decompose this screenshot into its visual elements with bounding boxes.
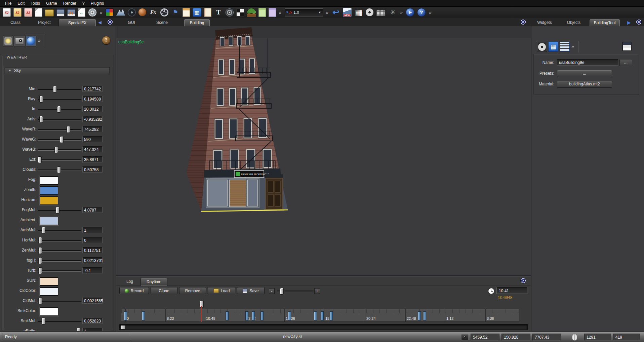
menu-item-game[interactable]: Game <box>43 0 60 6</box>
timeline-ruler[interactable]: 08:2310:4813:1215:3618:020:2422:481:123:… <box>121 309 519 322</box>
param-slider-handle[interactable] <box>38 267 42 274</box>
gear-icon[interactable] <box>366 8 373 16</box>
cd-disc-icon[interactable] <box>88 8 97 17</box>
tab-gui[interactable]: GUI <box>122 19 141 26</box>
color-swatch[interactable] <box>40 176 58 185</box>
param-slider[interactable] <box>38 260 81 261</box>
param-value[interactable]: 0.0021565 <box>82 298 103 304</box>
keyframe-marker[interactable] <box>124 311 127 320</box>
color-swatch[interactable] <box>40 307 58 316</box>
tab-specialfx[interactable]: SpecialFX <box>59 19 96 27</box>
save-icon[interactable] <box>56 8 65 16</box>
save-as-icon[interactable] <box>67 8 75 16</box>
keyframe-marker[interactable] <box>245 311 248 320</box>
tab-widgets[interactable]: Widgets <box>534 19 555 26</box>
param-slider-handle[interactable] <box>38 156 42 163</box>
name-browse-button[interactable]: ... <box>619 59 632 66</box>
tire-icon[interactable] <box>128 8 136 16</box>
param-slider[interactable] <box>38 250 81 251</box>
grid-icon[interactable] <box>354 8 363 17</box>
param-slider-handle[interactable] <box>53 86 57 92</box>
param-value[interactable]: 0.112751 <box>82 247 103 253</box>
record-button[interactable]: Record <box>119 287 149 294</box>
toolbar-overflow-icon[interactable]: » <box>429 10 432 15</box>
flag-icon[interactable] <box>171 8 180 17</box>
color-swatch[interactable] <box>40 217 58 225</box>
param-value[interactable]: 4.0787 <box>82 207 103 213</box>
tab-building[interactable]: Building <box>184 19 210 27</box>
param-slider[interactable] <box>38 301 81 302</box>
param-slider-handle[interactable] <box>42 318 45 325</box>
save-building-button[interactable] <box>622 42 632 51</box>
param-value[interactable]: 0.217742 <box>82 86 103 92</box>
scroll-tabs-right-icon[interactable]: ▶ <box>627 20 631 25</box>
speaker-icon[interactable] <box>226 8 234 16</box>
tab-scene[interactable]: Scene <box>152 19 172 26</box>
keyframe-marker[interactable] <box>288 311 291 320</box>
keyframe-marker[interactable] <box>260 311 264 320</box>
keyframe-marker[interactable] <box>321 311 324 320</box>
note-purple-icon[interactable] <box>269 8 276 17</box>
tab-project[interactable]: Project <box>34 19 55 26</box>
presets-button[interactable]: ... <box>557 70 612 77</box>
toolbar-overflow-icon[interactable]: » <box>279 10 282 15</box>
param-value[interactable]: 745.282 <box>82 126 103 132</box>
param-value[interactable]: 35.8871 <box>82 156 103 162</box>
timeline-zoom-handle[interactable] <box>280 288 284 295</box>
timeline-scrubber-handle[interactable] <box>200 301 204 308</box>
param-slider-handle[interactable] <box>39 96 43 103</box>
help-icon[interactable] <box>102 36 110 44</box>
param-slider[interactable] <box>38 99 81 100</box>
bonsai-icon[interactable] <box>247 8 256 17</box>
keyframe-marker[interactable] <box>423 311 426 320</box>
notepad-icon[interactable] <box>183 8 190 17</box>
keyboard-icon[interactable] <box>376 10 386 16</box>
close-panel-icon[interactable] <box>521 278 526 283</box>
s2-project-icon[interactable] <box>3 8 11 17</box>
zoom-out-button[interactable]: - <box>269 288 275 294</box>
param-value[interactable]: 1 <box>82 227 103 233</box>
param-slider-handle[interactable] <box>60 136 64 143</box>
color-swatch[interactable] <box>40 186 58 195</box>
param-slider[interactable] <box>38 210 81 211</box>
param-slider[interactable] <box>38 240 81 241</box>
org-chart-icon[interactable] <box>193 8 201 17</box>
param-value[interactable]: -0.1 <box>82 267 103 273</box>
viewport-3d[interactable]: usaBuilding9e <box>116 26 531 275</box>
param-slider[interactable] <box>38 149 81 150</box>
snowflake-icon[interactable] <box>388 8 397 17</box>
param-slider-handle[interactable] <box>38 247 42 254</box>
material-button[interactable]: buildingAtlas.mt2 <box>557 81 612 88</box>
param-value[interactable]: 0.194588 <box>82 96 103 102</box>
param-value[interactable]: 20.3012 <box>82 106 103 112</box>
param-slider-handle[interactable] <box>54 146 58 153</box>
tab-buildingtool[interactable]: BuildingTool <box>590 19 620 27</box>
scroll-tabs-left-icon[interactable]: ◀ <box>98 20 102 25</box>
menu-item-plugins[interactable]: Plugins <box>88 0 107 6</box>
tab-daytime[interactable]: Daytime <box>141 278 167 286</box>
keyframe-marker[interactable] <box>418 311 421 320</box>
param-slider[interactable] <box>38 139 81 140</box>
param-slider-handle[interactable] <box>39 116 43 123</box>
close-tab-icon[interactable] <box>108 20 113 25</box>
keyframe-marker[interactable] <box>252 311 255 320</box>
play-icon[interactable] <box>406 8 414 17</box>
checkerboard-icon[interactable] <box>236 8 244 16</box>
timeline-scrollbar[interactable] <box>119 324 528 330</box>
weather-tool-button[interactable] <box>3 36 13 46</box>
param-value[interactable]: 0.0213701 <box>82 257 103 263</box>
param-slider[interactable] <box>38 159 81 160</box>
help-icon[interactable] <box>417 8 426 17</box>
scroll-icon[interactable] <box>204 8 211 17</box>
param-slider-handle[interactable] <box>57 166 61 173</box>
sky-section-header[interactable]: ▼ Sky <box>5 67 110 74</box>
keyframe-marker[interactable] <box>330 311 333 320</box>
fx-icon[interactable] <box>149 8 158 17</box>
keyframe-marker[interactable] <box>142 311 145 320</box>
terrain-new-icon[interactable] <box>343 8 352 17</box>
toolbar-overflow-icon[interactable]: » <box>99 10 103 15</box>
param-slider[interactable] <box>38 89 81 90</box>
param-slider[interactable] <box>38 129 81 130</box>
name-input[interactable]: usaBuilding9e <box>557 59 618 66</box>
color-swatch[interactable] <box>40 277 58 286</box>
